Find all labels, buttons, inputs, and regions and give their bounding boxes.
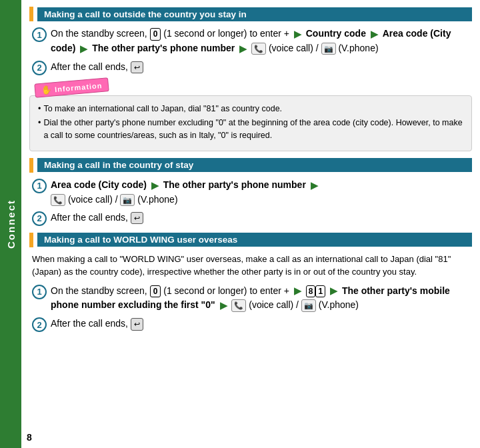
end-call-icon-2: ↩ [131,212,143,225]
info-bullet-2-text: Dial the other party's phone number excl… [43,117,463,142]
step-content-3-1: On the standby screen, 0 (1 second or lo… [51,284,472,313]
step-content-2-2: After the call ends, ↩ [51,211,472,225]
stamp-hand-icon: ✋ [41,84,53,95]
vcam-icon: 📷 [321,43,336,55]
key-0: 0 [150,28,161,41]
step-3-1: 1 On the standby screen, 0 (1 second or … [29,284,472,313]
arrow3: ▶ [80,42,87,56]
step-number-3-1: 1 [32,285,47,299]
section1-bar [29,7,33,21]
arrow4: ▶ [239,42,247,56]
step-2-2: 2 After the call ends, ↩ [29,211,472,226]
main-content: Making a call to outside the country you… [21,0,480,448]
section1-title: Making a call to outside the country you… [37,7,472,21]
arrow5: ▶ [151,179,159,193]
key-0-2: 0 [150,285,161,298]
step-number-2-2: 2 [32,211,47,226]
info-bullet-1: To make an international call to Japan, … [38,103,463,115]
sidebar-label: Connect [5,199,17,249]
arrow7: ▶ [294,284,301,298]
arrow2: ▶ [371,27,378,41]
stamp-spacer: ✋ Information [29,79,472,90]
step-number-3-2: 2 [32,317,47,332]
step-content-3-2: After the call ends, ↩ [51,317,472,331]
step-1-1: 1 On the standby screen, 0 (1 second or … [29,27,472,56]
voice-call-icon-3: 📞 [231,299,246,312]
step-content-1-2: After the call ends, ↩ [51,60,472,74]
info-bullet-1-text: To make an international call to Japan, … [43,103,282,115]
step-number-1-1: 1 [32,27,47,42]
step-2-1: 1 Area code (City code) ▶ The other part… [29,178,472,207]
step-number-2-1: 1 [32,179,47,193]
arrow9: ▶ [220,299,227,313]
page-number: 8 [27,432,32,443]
section2-title: Making a call in the country of stay [37,158,472,172]
section3-bar [29,233,33,247]
arrow1: ▶ [294,27,301,41]
sidebar: Connect [0,0,21,448]
voice-call-icon: 📞 [251,43,266,55]
section2-header: Making a call in the country of stay [29,158,472,173]
step-content-2-1: Area code (City code) ▶ The other party'… [51,178,472,207]
voice-call-icon-2: 📞 [51,194,65,207]
vcam-icon-3: 📷 [301,299,316,312]
section2-bar [29,158,33,173]
step-1-2: 2 After the call ends, ↩ [29,60,472,75]
vcam-icon-2: 📷 [120,194,135,207]
end-call-icon-3: ↩ [131,318,143,331]
key-8: 8 [306,285,316,298]
arrow6: ▶ [311,179,318,193]
step-3-2: 2 After the call ends, ↩ [29,317,472,332]
info-bullet-2: Dial the other party's phone number excl… [38,117,463,142]
key-1: 1 [315,285,325,298]
end-call-icon-1: ↩ [131,61,143,74]
section3-title: Making a call to WORLD WING user oversea… [37,233,472,247]
stamp-label: Information [55,81,103,93]
step-content-1-1: On the standby screen, 0 (1 second or lo… [51,27,472,56]
arrow8: ▶ [330,284,337,298]
information-stamp: ✋ Information [34,77,109,98]
step-number-1-2: 2 [32,61,47,75]
information-container: ✋ Information To make an international c… [29,79,472,151]
section1-header: Making a call to outside the country you… [29,7,472,21]
information-box: To make an international call to Japan, … [29,95,472,151]
section3-intro: When making a call to "WORLD WING" user … [29,253,472,279]
section3-header: Making a call to WORLD WING user oversea… [29,233,472,247]
